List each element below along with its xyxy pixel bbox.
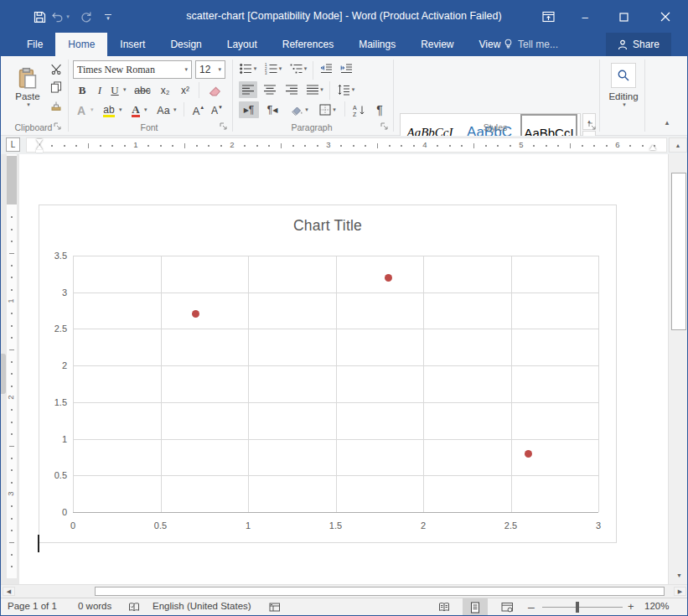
tab-layout[interactable]: Layout [215, 33, 270, 56]
tab-review[interactable]: Review [408, 33, 466, 56]
numbering-icon[interactable]: 1 2 3 ▾ [264, 61, 282, 76]
align-center-button[interactable] [261, 81, 279, 98]
text-effects-dropdown-icon[interactable]: ▾ [91, 106, 94, 113]
strikethrough-button[interactable]: abc [132, 82, 153, 99]
page-indicator[interactable]: Page 1 of 1 [8, 601, 57, 611]
horizontal-ruler[interactable]: 123456 [26, 137, 667, 153]
ruler-tick [413, 145, 415, 147]
bold-button[interactable]: B [75, 82, 90, 99]
line-spacing-icon[interactable]: ▾ [334, 81, 358, 98]
format-painter-icon[interactable] [48, 98, 65, 113]
text-effects-button[interactable]: A [73, 102, 90, 119]
underline-button[interactable]: U [108, 82, 122, 99]
ruler-tick [196, 145, 198, 147]
highlight-color-button[interactable]: ab [100, 102, 118, 119]
justify-button[interactable]: ▾ [304, 81, 326, 98]
font-dialog-launcher-icon[interactable] [219, 122, 229, 132]
scatter-point[interactable] [385, 274, 392, 282]
zoom-in-button[interactable]: + [628, 600, 634, 613]
bullets-icon[interactable]: ▾ [239, 61, 257, 76]
zoom-out-button[interactable]: – [528, 600, 535, 613]
ltr-text-direction-button[interactable]: ▶¶ [239, 101, 259, 118]
clear-formatting-icon[interactable] [205, 80, 225, 99]
maximize-button[interactable] [609, 6, 638, 28]
subscript-button[interactable]: x₂ [157, 82, 173, 99]
change-case-button[interactable]: Aa [154, 102, 173, 119]
zoom-slider-thumb[interactable] [576, 602, 579, 613]
tell-me-box[interactable]: Tell me... [504, 33, 558, 56]
rtl-text-direction-button[interactable]: ¶◀ [262, 101, 282, 118]
italic-button[interactable]: I [93, 82, 106, 99]
highlight-dropdown-icon[interactable]: ▾ [119, 106, 122, 113]
ruler-tick [449, 145, 451, 147]
editing-button[interactable]: Editing ▾ [608, 60, 639, 111]
paragraph-dialog-launcher-icon[interactable] [380, 122, 390, 132]
horizontal-scrollbar[interactable]: ◀ ▶ [1, 584, 687, 598]
tab-design[interactable]: Design [158, 33, 214, 56]
read-mode-icon[interactable] [432, 598, 457, 616]
sort-icon[interactable]: AZ [349, 101, 368, 118]
scatter-point[interactable] [192, 310, 199, 318]
scroll-up-icon[interactable]: ▲ [669, 137, 687, 153]
borders-icon[interactable]: ▾ [316, 101, 339, 118]
tab-file[interactable]: File [14, 33, 55, 56]
document-page[interactable]: Chart Title 00.511.522.5300.511.522.533.… [19, 154, 668, 584]
clipboard-dialog-launcher-icon[interactable] [53, 122, 63, 132]
chart-title[interactable]: Chart Title [39, 217, 616, 235]
web-layout-icon[interactable] [494, 598, 520, 616]
ribbon-display-options-icon[interactable] [534, 6, 562, 28]
align-right-button[interactable] [282, 81, 301, 98]
grow-font-button[interactable]: A▲ [190, 102, 207, 119]
minimize-button[interactable]: – [571, 6, 599, 28]
zoom-slider-track[interactable] [542, 607, 623, 608]
tab-insert[interactable]: Insert [107, 33, 158, 56]
font-name-combobox[interactable]: Times New Roman ▾ [73, 60, 192, 79]
close-button[interactable] [651, 6, 680, 28]
shading-icon[interactable]: ▾ [287, 101, 311, 118]
scroll-left-icon[interactable]: ◀ [3, 587, 15, 596]
ruler-number: 3 [326, 140, 330, 149]
vertical-scrollbar-thumb[interactable] [671, 173, 686, 330]
collapse-ribbon-icon[interactable]: ▴ [660, 116, 675, 128]
tab-home[interactable]: Home [55, 33, 107, 56]
left-indent-marker[interactable] [36, 150, 43, 153]
styles-dialog-launcher-icon[interactable] [587, 122, 597, 132]
tab-references[interactable]: References [270, 33, 346, 56]
font-color-button[interactable]: A [128, 102, 143, 119]
scroll-right-icon[interactable]: ▶ [674, 587, 686, 596]
embedded-scatter-chart[interactable]: Chart Title 00.511.522.5300.511.522.533.… [39, 204, 617, 543]
tab-mailings[interactable]: Mailings [346, 33, 408, 56]
proofing-icon[interactable] [128, 602, 140, 613]
increase-indent-icon[interactable] [338, 61, 354, 76]
superscript-button[interactable]: x² [177, 82, 194, 99]
tab-selector[interactable]: L [6, 137, 20, 152]
macro-recording-icon[interactable] [269, 602, 281, 613]
multilevel-list-icon[interactable]: ▾ [289, 61, 308, 76]
decrease-indent-icon[interactable] [318, 61, 334, 76]
paste-button[interactable]: Paste ▾ [9, 60, 46, 115]
show-paragraph-marks-button[interactable]: ¶ [371, 101, 388, 118]
cut-icon[interactable] [48, 61, 65, 76]
ruler-tick [124, 145, 126, 147]
underline-dropdown-icon[interactable]: ▾ [123, 86, 127, 93]
font-size-combobox[interactable]: 12 ▾ [195, 60, 225, 79]
shrink-font-button[interactable]: A▼ [209, 102, 225, 119]
scroll-down-icon[interactable]: ▼ [670, 568, 688, 582]
copy-icon[interactable] [48, 80, 65, 95]
align-left-button[interactable] [239, 81, 257, 98]
word-count[interactable]: 0 words [78, 601, 111, 611]
language-indicator[interactable]: English (United States) [153, 601, 251, 611]
change-case-dropdown-icon[interactable]: ▾ [173, 106, 177, 113]
vertical-ruler-margin [7, 156, 17, 204]
first-line-indent-marker[interactable] [36, 139, 43, 144]
vertical-scrollbar[interactable]: ▼ [668, 154, 688, 584]
font-color-dropdown-icon[interactable]: ▾ [144, 106, 147, 113]
zoom-level[interactable]: 120% [644, 601, 669, 611]
ruler-tick [100, 145, 101, 147]
scatter-point[interactable] [525, 450, 532, 458]
vertical-ruler[interactable]: 123 [7, 154, 17, 578]
print-layout-icon[interactable] [463, 598, 488, 616]
share-button[interactable]: Share [606, 33, 671, 56]
right-indent-marker[interactable] [649, 145, 656, 150]
horizontal-scrollbar-thumb[interactable] [95, 587, 665, 596]
